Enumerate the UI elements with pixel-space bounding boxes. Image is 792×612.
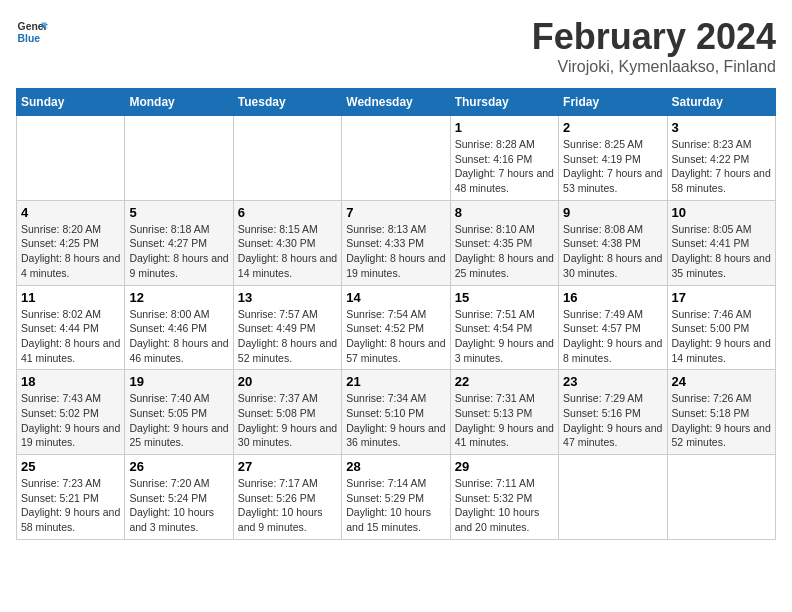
calendar-body: 1Sunrise: 8:28 AMSunset: 4:16 PMDaylight… <box>17 116 776 540</box>
calendar-day-cell: 14Sunrise: 7:54 AMSunset: 4:52 PMDayligh… <box>342 285 450 370</box>
calendar-week-row: 1Sunrise: 8:28 AMSunset: 4:16 PMDaylight… <box>17 116 776 201</box>
day-number: 23 <box>563 374 662 389</box>
weekday-header-row: SundayMondayTuesdayWednesdayThursdayFrid… <box>17 89 776 116</box>
calendar-day-cell: 26Sunrise: 7:20 AMSunset: 5:24 PMDayligh… <box>125 455 233 540</box>
day-number: 27 <box>238 459 337 474</box>
day-number: 15 <box>455 290 554 305</box>
calendar-day-cell <box>342 116 450 201</box>
day-number: 7 <box>346 205 445 220</box>
calendar-day-cell: 3Sunrise: 8:23 AMSunset: 4:22 PMDaylight… <box>667 116 775 201</box>
calendar-day-cell <box>559 455 667 540</box>
calendar-day-cell: 18Sunrise: 7:43 AMSunset: 5:02 PMDayligh… <box>17 370 125 455</box>
day-info: Sunrise: 8:00 AMSunset: 4:46 PMDaylight:… <box>129 307 228 366</box>
calendar-day-cell: 17Sunrise: 7:46 AMSunset: 5:00 PMDayligh… <box>667 285 775 370</box>
calendar-day-cell <box>667 455 775 540</box>
day-info: Sunrise: 8:15 AMSunset: 4:30 PMDaylight:… <box>238 222 337 281</box>
calendar-day-cell: 13Sunrise: 7:57 AMSunset: 4:49 PMDayligh… <box>233 285 341 370</box>
day-number: 17 <box>672 290 771 305</box>
day-info: Sunrise: 7:29 AMSunset: 5:16 PMDaylight:… <box>563 391 662 450</box>
day-number: 9 <box>563 205 662 220</box>
calendar-day-cell: 6Sunrise: 8:15 AMSunset: 4:30 PMDaylight… <box>233 200 341 285</box>
day-info: Sunrise: 7:14 AMSunset: 5:29 PMDaylight:… <box>346 476 445 535</box>
calendar-day-cell: 23Sunrise: 7:29 AMSunset: 5:16 PMDayligh… <box>559 370 667 455</box>
day-info: Sunrise: 8:18 AMSunset: 4:27 PMDaylight:… <box>129 222 228 281</box>
calendar-day-cell: 16Sunrise: 7:49 AMSunset: 4:57 PMDayligh… <box>559 285 667 370</box>
calendar-week-row: 18Sunrise: 7:43 AMSunset: 5:02 PMDayligh… <box>17 370 776 455</box>
day-info: Sunrise: 7:17 AMSunset: 5:26 PMDaylight:… <box>238 476 337 535</box>
calendar-day-cell: 28Sunrise: 7:14 AMSunset: 5:29 PMDayligh… <box>342 455 450 540</box>
weekday-header-cell: Wednesday <box>342 89 450 116</box>
day-number: 3 <box>672 120 771 135</box>
day-number: 5 <box>129 205 228 220</box>
calendar-day-cell: 4Sunrise: 8:20 AMSunset: 4:25 PMDaylight… <box>17 200 125 285</box>
day-number: 13 <box>238 290 337 305</box>
day-number: 26 <box>129 459 228 474</box>
day-info: Sunrise: 7:11 AMSunset: 5:32 PMDaylight:… <box>455 476 554 535</box>
day-number: 21 <box>346 374 445 389</box>
calendar-day-cell: 10Sunrise: 8:05 AMSunset: 4:41 PMDayligh… <box>667 200 775 285</box>
calendar-week-row: 25Sunrise: 7:23 AMSunset: 5:21 PMDayligh… <box>17 455 776 540</box>
logo-icon: General Blue <box>16 16 48 48</box>
svg-text:Blue: Blue <box>18 33 41 44</box>
title-section: February 2024 Virojoki, Kymenlaakso, Fin… <box>532 16 776 76</box>
calendar-day-cell: 19Sunrise: 7:40 AMSunset: 5:05 PMDayligh… <box>125 370 233 455</box>
day-info: Sunrise: 8:20 AMSunset: 4:25 PMDaylight:… <box>21 222 120 281</box>
calendar-day-cell <box>125 116 233 201</box>
day-info: Sunrise: 7:20 AMSunset: 5:24 PMDaylight:… <box>129 476 228 535</box>
day-number: 22 <box>455 374 554 389</box>
day-info: Sunrise: 7:34 AMSunset: 5:10 PMDaylight:… <box>346 391 445 450</box>
calendar-day-cell: 25Sunrise: 7:23 AMSunset: 5:21 PMDayligh… <box>17 455 125 540</box>
day-info: Sunrise: 7:31 AMSunset: 5:13 PMDaylight:… <box>455 391 554 450</box>
day-info: Sunrise: 8:10 AMSunset: 4:35 PMDaylight:… <box>455 222 554 281</box>
day-info: Sunrise: 8:23 AMSunset: 4:22 PMDaylight:… <box>672 137 771 196</box>
weekday-header-cell: Tuesday <box>233 89 341 116</box>
day-number: 8 <box>455 205 554 220</box>
day-number: 4 <box>21 205 120 220</box>
day-info: Sunrise: 7:26 AMSunset: 5:18 PMDaylight:… <box>672 391 771 450</box>
day-number: 11 <box>21 290 120 305</box>
calendar-day-cell: 27Sunrise: 7:17 AMSunset: 5:26 PMDayligh… <box>233 455 341 540</box>
day-info: Sunrise: 8:08 AMSunset: 4:38 PMDaylight:… <box>563 222 662 281</box>
day-info: Sunrise: 8:28 AMSunset: 4:16 PMDaylight:… <box>455 137 554 196</box>
day-info: Sunrise: 7:51 AMSunset: 4:54 PMDaylight:… <box>455 307 554 366</box>
day-number: 2 <box>563 120 662 135</box>
day-number: 29 <box>455 459 554 474</box>
day-number: 28 <box>346 459 445 474</box>
day-number: 24 <box>672 374 771 389</box>
day-info: Sunrise: 7:37 AMSunset: 5:08 PMDaylight:… <box>238 391 337 450</box>
day-number: 19 <box>129 374 228 389</box>
calendar-day-cell: 24Sunrise: 7:26 AMSunset: 5:18 PMDayligh… <box>667 370 775 455</box>
calendar-day-cell: 2Sunrise: 8:25 AMSunset: 4:19 PMDaylight… <box>559 116 667 201</box>
calendar-day-cell: 20Sunrise: 7:37 AMSunset: 5:08 PMDayligh… <box>233 370 341 455</box>
weekday-header-cell: Sunday <box>17 89 125 116</box>
day-info: Sunrise: 7:57 AMSunset: 4:49 PMDaylight:… <box>238 307 337 366</box>
day-number: 6 <box>238 205 337 220</box>
calendar-day-cell: 22Sunrise: 7:31 AMSunset: 5:13 PMDayligh… <box>450 370 558 455</box>
weekday-header-cell: Monday <box>125 89 233 116</box>
day-number: 14 <box>346 290 445 305</box>
day-number: 16 <box>563 290 662 305</box>
day-info: Sunrise: 8:13 AMSunset: 4:33 PMDaylight:… <box>346 222 445 281</box>
day-info: Sunrise: 8:02 AMSunset: 4:44 PMDaylight:… <box>21 307 120 366</box>
calendar-day-cell: 9Sunrise: 8:08 AMSunset: 4:38 PMDaylight… <box>559 200 667 285</box>
calendar-day-cell: 11Sunrise: 8:02 AMSunset: 4:44 PMDayligh… <box>17 285 125 370</box>
day-number: 18 <box>21 374 120 389</box>
page-header: General Blue February 2024 Virojoki, Kym… <box>16 16 776 76</box>
weekday-header-cell: Thursday <box>450 89 558 116</box>
calendar-week-row: 4Sunrise: 8:20 AMSunset: 4:25 PMDaylight… <box>17 200 776 285</box>
calendar-table: SundayMondayTuesdayWednesdayThursdayFrid… <box>16 88 776 540</box>
day-info: Sunrise: 8:05 AMSunset: 4:41 PMDaylight:… <box>672 222 771 281</box>
day-number: 20 <box>238 374 337 389</box>
calendar-day-cell: 7Sunrise: 8:13 AMSunset: 4:33 PMDaylight… <box>342 200 450 285</box>
day-number: 12 <box>129 290 228 305</box>
calendar-day-cell <box>233 116 341 201</box>
calendar-day-cell: 1Sunrise: 8:28 AMSunset: 4:16 PMDaylight… <box>450 116 558 201</box>
day-info: Sunrise: 7:46 AMSunset: 5:00 PMDaylight:… <box>672 307 771 366</box>
weekday-header-cell: Friday <box>559 89 667 116</box>
day-number: 25 <box>21 459 120 474</box>
calendar-day-cell: 29Sunrise: 7:11 AMSunset: 5:32 PMDayligh… <box>450 455 558 540</box>
calendar-week-row: 11Sunrise: 8:02 AMSunset: 4:44 PMDayligh… <box>17 285 776 370</box>
calendar-day-cell: 15Sunrise: 7:51 AMSunset: 4:54 PMDayligh… <box>450 285 558 370</box>
calendar-day-cell: 8Sunrise: 8:10 AMSunset: 4:35 PMDaylight… <box>450 200 558 285</box>
month-title: February 2024 <box>532 16 776 58</box>
